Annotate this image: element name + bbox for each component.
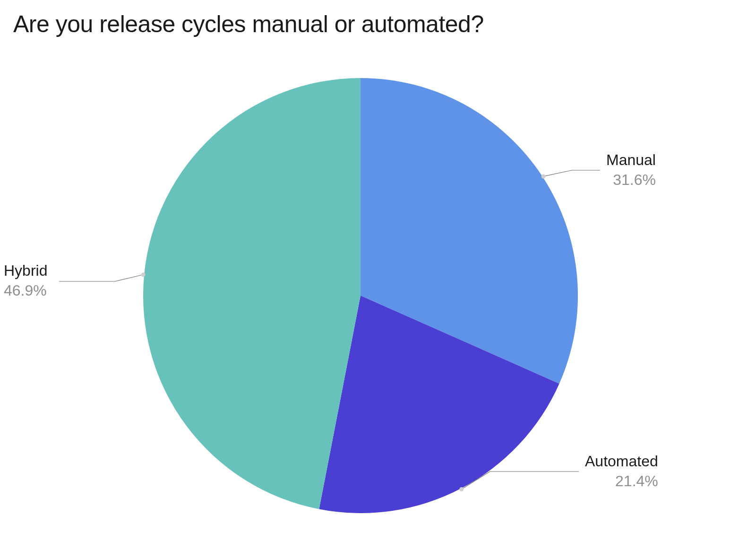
leader-dot (541, 174, 546, 178)
leader-line (59, 275, 143, 281)
pie-label-manual-pct: 31.6% (606, 170, 656, 190)
pie-label-manual-name: Manual (606, 150, 656, 170)
pie-label-automated: Automated 21.4% (585, 452, 658, 491)
leader-line (543, 170, 600, 176)
leader-dot (141, 272, 146, 277)
pie-label-hybrid: Hybrid 46.9% (0, 261, 57, 300)
pie-label-hybrid-pct: 46.9% (4, 281, 57, 301)
pie-label-hybrid-name: Hybrid (4, 261, 57, 281)
leader-dot (459, 487, 464, 491)
pie-label-automated-name: Automated (585, 452, 658, 472)
pie-slice-hybrid (143, 78, 361, 509)
pie-label-automated-pct: 21.4% (585, 472, 658, 491)
pie-label-manual: Manual 31.6% (606, 150, 656, 190)
